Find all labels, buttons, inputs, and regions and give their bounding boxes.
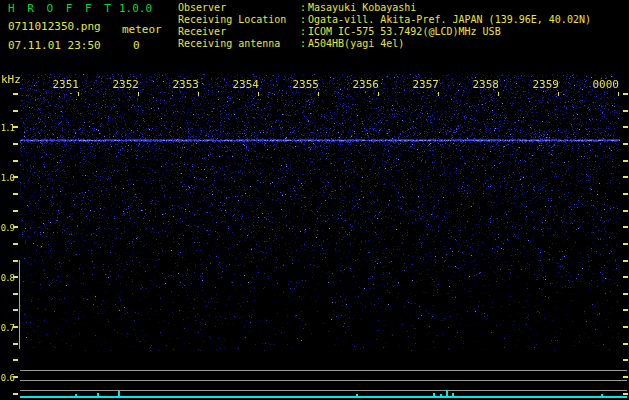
signal-peak <box>440 394 442 397</box>
freq-tick-left <box>13 93 18 95</box>
station-colon: : <box>300 2 308 14</box>
freq-tick-left <box>13 210 18 212</box>
station-row: Receiving Location : Ogata-vill. Akita-P… <box>178 14 591 26</box>
time-label: 2358 <box>461 79 499 90</box>
time-tick <box>438 92 439 96</box>
reference-line <box>20 390 627 391</box>
spectrogram-canvas <box>20 74 620 351</box>
station-colon: : <box>300 38 308 50</box>
freq-label: 1.0 <box>0 173 14 183</box>
freq-tick-right <box>623 93 628 95</box>
freq-tick-left <box>13 193 18 195</box>
time-label: 2359 <box>521 79 559 90</box>
time-tick <box>558 92 559 96</box>
hrofft-output: H R O F F T 1.0.0 0711012350.png meteor … <box>0 0 629 400</box>
station-value: Ogata-vill. Akita-Pref. JAPAN (139.96E, … <box>308 14 591 26</box>
freq-tick-right <box>623 160 628 162</box>
freq-label: 0.7 <box>0 323 14 333</box>
station-value: Masayuki Kobayashi <box>308 2 416 14</box>
freq-tick-left <box>13 309 18 311</box>
file-name: 0711012350.png <box>8 21 101 33</box>
freq-tick-right <box>623 326 628 328</box>
freq-tick-left <box>13 126 18 128</box>
app-title: H R O F F T <box>8 3 114 15</box>
time-tick <box>198 92 199 96</box>
station-label: Receiving Location <box>178 14 300 26</box>
signal-peak <box>118 391 120 397</box>
time-tick <box>258 92 259 96</box>
station-label: Observer <box>178 2 300 14</box>
station-label: Receiving antenna <box>178 38 300 50</box>
freq-tick-left <box>13 226 18 228</box>
freq-tick-right <box>623 126 628 128</box>
time-tick <box>318 92 319 96</box>
time-label: 0000 <box>581 79 619 90</box>
time-label: 2354 <box>221 79 259 90</box>
freq-tick-left <box>13 393 18 395</box>
capture-datetime: 07.11.01 23:50 <box>8 40 101 52</box>
station-row: Receiver : ICOM IC-575 53.7492(@LCD)MHz … <box>178 26 591 38</box>
freq-unit-label: kHz <box>1 74 21 86</box>
freq-tick-right <box>623 309 628 311</box>
time-tick <box>138 92 139 96</box>
freq-tick-left <box>13 276 18 278</box>
freq-tick-right <box>623 210 628 212</box>
station-info: Observer : Masayuki Kobayashi Receiving … <box>178 2 591 50</box>
time-tick <box>498 92 499 96</box>
freq-tick-right <box>623 393 628 395</box>
freq-tick-left <box>13 110 18 112</box>
freq-label: 0.9 <box>0 223 14 233</box>
signal-baseline <box>20 396 627 398</box>
station-colon: : <box>300 14 308 26</box>
signal-peak <box>433 393 435 397</box>
time-label: 2355 <box>281 79 319 90</box>
echo-count: 0 <box>133 40 140 52</box>
station-colon: : <box>300 26 308 38</box>
signal-peak <box>75 394 77 397</box>
signal-peak <box>601 394 603 397</box>
freq-tick-right <box>623 110 628 112</box>
station-label: Receiver <box>178 26 300 38</box>
reference-line <box>20 380 627 381</box>
freq-tick-right <box>623 260 628 262</box>
freq-label: 0.8 <box>0 273 14 283</box>
freq-tick-left <box>13 160 18 162</box>
signal-peak <box>97 393 99 397</box>
time-label: 2351 <box>41 79 79 90</box>
freq-label: 1.1 <box>0 123 14 133</box>
freq-tick-right <box>623 226 628 228</box>
freq-tick-right <box>623 176 628 178</box>
freq-tick-right <box>623 276 628 278</box>
time-label: 2357 <box>401 79 439 90</box>
reference-line <box>20 370 627 371</box>
station-value: A504HB(yagi 4el) <box>308 38 404 50</box>
freq-tick-left <box>13 293 18 295</box>
time-tick <box>378 92 379 96</box>
freq-tick-right <box>623 359 628 361</box>
time-tick <box>78 92 79 96</box>
signal-peak <box>356 394 358 397</box>
freq-tick-right <box>623 376 628 378</box>
freq-tick-right <box>623 143 628 145</box>
app-version: 1.0.0 <box>119 3 152 15</box>
freq-label: 0.6 <box>0 373 14 383</box>
time-label: 2353 <box>161 79 199 90</box>
freq-tick-left <box>13 260 18 262</box>
freq-tick-left <box>13 176 18 178</box>
time-label: 2352 <box>101 79 139 90</box>
freq-tick-left <box>13 343 18 345</box>
station-value: ICOM IC-575 53.7492(@LCD)MHz USB <box>308 26 501 38</box>
freq-tick-left <box>13 376 18 378</box>
level-scale-line <box>19 260 20 349</box>
station-row: Observer : Masayuki Kobayashi <box>178 2 591 14</box>
time-tick <box>618 92 619 96</box>
freq-tick-right <box>623 193 628 195</box>
freq-tick-left <box>13 143 18 145</box>
freq-tick-left <box>13 326 18 328</box>
freq-tick-right <box>623 293 628 295</box>
time-label: 2356 <box>341 79 379 90</box>
freq-tick-right <box>623 243 628 245</box>
freq-tick-right <box>623 343 628 345</box>
signal-peak <box>446 390 448 397</box>
freq-tick-left <box>13 359 18 361</box>
